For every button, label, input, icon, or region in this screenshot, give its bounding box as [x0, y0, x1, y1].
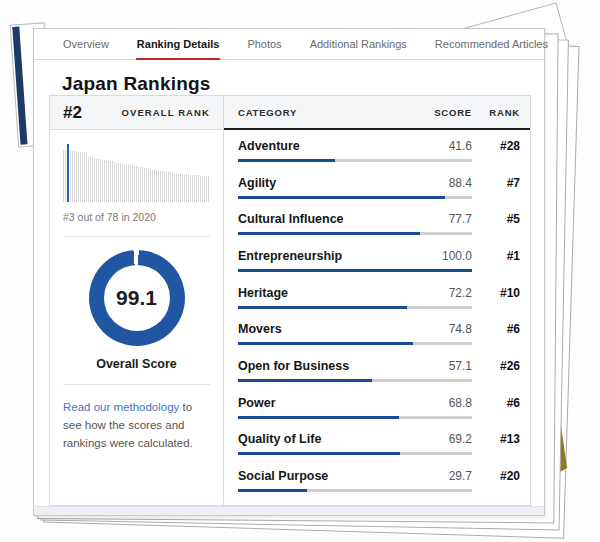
rank-bar [96, 159, 97, 203]
table-row: Entrepreneurship 100.0 #1 [238, 242, 520, 279]
category-label: Social Purpose [238, 469, 412, 483]
table-row: Power 68.8 #6 [238, 389, 520, 426]
category-label: Agility [238, 176, 412, 190]
rank-bar [168, 172, 169, 202]
rank-bar [198, 175, 199, 202]
rank-bar [184, 174, 185, 202]
methodology-link[interactable]: Read our methodology [63, 401, 179, 413]
table-row: Movers 74.8 #6 [238, 316, 520, 353]
rank-bar [152, 170, 153, 202]
score-value: 68.8 [412, 396, 472, 410]
score-bar-track [238, 416, 472, 419]
header-rank: RANK [472, 107, 520, 118]
tab-ranking-details[interactable]: Ranking Details [136, 30, 221, 59]
page-stack: OverviewRanking DetailsPhotosAdditional … [0, 0, 600, 542]
score-bar-track [238, 306, 472, 309]
page-title: Japan Rankings [62, 73, 516, 95]
rank-value: #7 [472, 176, 520, 190]
main-sheet: OverviewRanking DetailsPhotosAdditional … [33, 28, 545, 516]
rank-value: #28 [472, 139, 520, 153]
category-label: Heritage [238, 286, 412, 300]
rank-bar [102, 160, 103, 202]
rank-bar [146, 168, 147, 202]
overall-score-donut: 99.1 [89, 250, 185, 346]
score-value: 41.6 [412, 139, 472, 153]
rank-bar [172, 172, 173, 202]
score-bar-track [238, 159, 472, 162]
rank-value: #6 [472, 322, 520, 336]
score-bar-fill [238, 306, 407, 309]
rank-bar [150, 169, 151, 202]
rank-bar [144, 168, 145, 202]
rank-bar [124, 164, 125, 202]
rank-bar [132, 165, 133, 202]
rank-bar [128, 165, 129, 202]
table-body: Adventure 41.6 #28 Agility 88.4 #7 Cultu… [224, 130, 530, 505]
rank-bar [178, 174, 179, 202]
table-row: Heritage 72.2 #10 [238, 279, 520, 316]
rank-value: #6 [472, 396, 520, 410]
rank-value: #1 [472, 249, 520, 263]
score-value: 100.0 [412, 249, 472, 263]
score-value: 74.8 [412, 322, 472, 336]
next-section-cutoff [34, 506, 544, 515]
score-bar-track [238, 489, 472, 492]
tab-recommended-articles[interactable]: Recommended Articles [434, 30, 549, 59]
score-bar-fill [238, 342, 413, 345]
divider [63, 384, 210, 385]
rank-bar [108, 161, 109, 202]
rank-bar [78, 152, 79, 202]
rank-bar [188, 175, 189, 202]
score-bar-track [238, 232, 472, 235]
score-bar-fill [238, 159, 335, 162]
rank-bar [65, 150, 66, 202]
score-value: 77.7 [412, 212, 472, 226]
tab-additional-rankings[interactable]: Additional Rankings [309, 30, 408, 59]
tab-photos[interactable]: Photos [246, 30, 282, 59]
tab-overview[interactable]: Overview [62, 30, 110, 59]
rank-bar [84, 152, 85, 202]
overall-rank-header: #2 OVERALL RANK [50, 96, 223, 130]
rank-bar [82, 152, 83, 202]
score-value: 72.2 [412, 286, 472, 300]
rank-bar [166, 172, 167, 202]
score-bar-track [238, 342, 472, 345]
table-header: CATEGORY SCORE RANK [224, 96, 530, 130]
table-row: Social Purpose 29.7 #20 [238, 462, 520, 499]
rank-bar [200, 176, 201, 202]
rank-bar [88, 157, 89, 202]
rank-bar [100, 159, 101, 202]
rank-bar [63, 150, 64, 202]
score-value: 69.2 [412, 432, 472, 446]
rank-bar [90, 157, 91, 202]
score-value: 88.4 [412, 176, 472, 190]
rank-bar [74, 151, 75, 202]
rank-bar [158, 171, 159, 202]
rank-bar [142, 167, 143, 202]
rank-bar [110, 161, 111, 202]
table-row: Quality of Life 69.2 #13 [238, 426, 520, 463]
rank-bar [70, 151, 71, 202]
rank-bar [98, 159, 99, 202]
rank-bar [156, 170, 157, 202]
score-bar-fill [238, 452, 400, 455]
rank-distribution-caption: #3 out of 78 in 2020 [63, 211, 210, 223]
table-row: Agility 88.4 #7 [238, 169, 520, 206]
category-table: CATEGORY SCORE RANK Adventure 41.6 #28 A… [224, 96, 530, 505]
score-value: 29.7 [412, 469, 472, 483]
score-bar-track [238, 269, 472, 272]
rank-bar [202, 176, 203, 202]
rank-bar [182, 174, 183, 202]
rankings-card: #2 OVERALL RANK #3 out of 78 in 2020 99.… [49, 95, 531, 506]
overall-rank-panel: #2 OVERALL RANK #3 out of 78 in 2020 99.… [50, 96, 224, 505]
category-label: Open for Business [238, 359, 412, 373]
rank-distribution-chart [63, 144, 210, 202]
rank-bar [148, 168, 149, 202]
rank-bar [208, 176, 209, 202]
rank-bar [80, 152, 81, 202]
overall-score-value: 99.1 [116, 286, 157, 310]
rank-bar [138, 167, 139, 202]
table-row: Open for Business 57.1 #26 [238, 352, 520, 389]
rank-bar [126, 164, 127, 202]
overall-rank-value: #2 [63, 103, 82, 123]
